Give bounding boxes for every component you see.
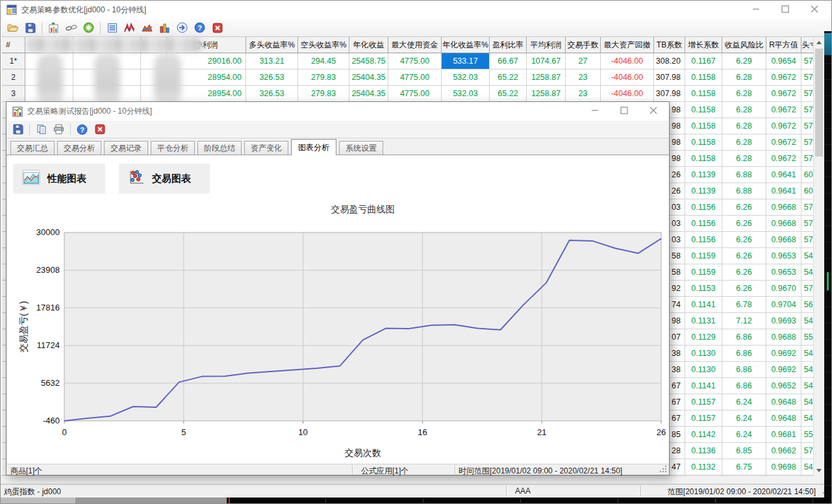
table-cell[interactable]: 25458.75 xyxy=(349,53,388,69)
table-cell[interactable]: 0.9653 xyxy=(766,264,801,281)
column-header-12[interactable]: 最大资产回撤 xyxy=(601,37,654,53)
table-cell[interactable]: 279.83 xyxy=(298,86,349,102)
column-header-11[interactable]: 交易手数 xyxy=(566,37,601,53)
table-cell[interactable]: 0.9654 xyxy=(766,53,801,69)
table-cell[interactable]: 6.88 xyxy=(722,183,766,199)
table-cell[interactable]: 6.29 xyxy=(722,53,766,69)
table-cell[interactable]: 6.28 xyxy=(722,102,766,118)
dialog-minimize-button[interactable] xyxy=(580,102,609,120)
table-cell[interactable]: 6.86 xyxy=(722,378,766,394)
table-cell[interactable]: 6.28 xyxy=(722,69,766,86)
table-cell[interactable]: 0.9672 xyxy=(766,151,801,167)
table-cell[interactable]: 0.9652 xyxy=(766,378,801,394)
table-cell[interactable]: 6.28 xyxy=(722,151,766,167)
table-cell[interactable]: 6.24 xyxy=(722,394,766,410)
table-cell[interactable]: 0.1130 xyxy=(685,362,722,378)
table-cell[interactable]: 0.9692 xyxy=(766,362,801,378)
table-cell[interactable]: 0.9693 xyxy=(766,313,801,329)
table-cell[interactable]: 0.1156 xyxy=(685,199,722,216)
bar-chart-icon[interactable] xyxy=(157,21,172,34)
table-cell[interactable]: 6.26 xyxy=(722,264,766,281)
table-cell[interactable]: 0.1156 xyxy=(685,216,722,232)
zigzag-chart-icon[interactable] xyxy=(122,21,137,34)
table-cell[interactable]: 0.9641 xyxy=(766,167,801,183)
table-cell[interactable]: 6.86 xyxy=(722,329,766,346)
window-maximize-button[interactable] xyxy=(770,1,800,18)
table-cell[interactable]: 6.26 xyxy=(722,232,766,248)
export-arrow-icon[interactable] xyxy=(175,21,190,34)
dialog-close-button[interactable] xyxy=(638,102,668,120)
table-cell[interactable]: 6.26 xyxy=(722,281,766,297)
table-cell[interactable]: 0.9670 xyxy=(766,281,801,297)
table-cell[interactable]: 0.1139 xyxy=(685,167,722,183)
table-cell[interactable]: 4775.00 xyxy=(388,86,442,102)
table-cell[interactable]: 6.28 xyxy=(722,86,766,102)
table-cell[interactable]: 0.1132 xyxy=(685,459,722,475)
table-cell[interactable]: 65.22 xyxy=(490,86,527,102)
window-close-button[interactable] xyxy=(800,1,829,18)
table-cell[interactable]: 0.9698 xyxy=(766,459,801,475)
table-cell[interactable]: 0.9662 xyxy=(766,443,801,459)
save-icon[interactable] xyxy=(23,21,38,34)
table-cell[interactable]: 0.1129 xyxy=(685,329,722,346)
table-cell[interactable]: 0.1158 xyxy=(685,86,722,102)
column-header-7[interactable]: 最大使用资金 xyxy=(388,37,442,53)
table-cell[interactable]: 0.1159 xyxy=(685,248,722,264)
trade-chart-button[interactable]: 交易图表 xyxy=(119,164,210,194)
table-cell[interactable]: 25404.35 xyxy=(349,69,388,86)
table-cell[interactable]: 0.1167 xyxy=(685,53,722,69)
column-header-9[interactable]: 盈利比率 xyxy=(490,37,527,53)
table-cell[interactable]: 0.9672 xyxy=(766,69,801,86)
column-header-13[interactable]: TB系数 xyxy=(654,37,685,53)
table-cell[interactable]: -4046.00 xyxy=(601,53,654,69)
table-cell[interactable]: 1258.87 xyxy=(527,86,566,102)
tab-4[interactable]: 阶段总结 xyxy=(197,141,242,155)
table-cell[interactable]: 0.1130 xyxy=(685,346,722,362)
table-cell[interactable]: 4775.00 xyxy=(388,69,442,86)
table-cell[interactable]: 7.12 xyxy=(722,313,766,329)
table-cell[interactable]: 0.9653 xyxy=(766,248,801,264)
report-list-icon[interactable] xyxy=(105,21,120,34)
table-cell[interactable]: 0.1141 xyxy=(685,297,722,313)
save-icon[interactable] xyxy=(10,123,25,136)
table-cell[interactable]: 0.1158 xyxy=(685,102,722,118)
table-cell[interactable]: 0.9688 xyxy=(766,329,801,346)
table-cell[interactable]: 326.53 xyxy=(246,69,298,86)
table-cell[interactable]: 279.83 xyxy=(298,69,349,86)
table-cell[interactable]: -4046.00 xyxy=(601,86,654,102)
table-cell[interactable]: 0.1158 xyxy=(685,118,722,134)
table-cell[interactable]: 66.67 xyxy=(490,53,527,69)
table-cell[interactable]: 0.1157 xyxy=(685,410,722,427)
table-cell[interactable]: 6.28 xyxy=(722,134,766,151)
column-header-15[interactable]: 收益风险比 xyxy=(722,37,766,53)
table-cell[interactable]: 0.9672 xyxy=(766,134,801,151)
table-cell[interactable]: 6.24 xyxy=(722,410,766,427)
table-cell[interactable]: 0.9648 xyxy=(766,410,801,427)
table-cell[interactable]: 1258.87 xyxy=(527,69,566,86)
copy-icon[interactable] xyxy=(34,123,49,136)
table-cell[interactable]: 0.9692 xyxy=(766,346,801,362)
table-cell[interactable]: 294.45 xyxy=(298,53,349,69)
tab-1[interactable]: 交易分析 xyxy=(57,141,101,155)
vertical-scrollbar[interactable] xyxy=(813,37,824,475)
table-cell[interactable]: -4046.00 xyxy=(601,69,654,86)
table-cell[interactable]: 307.98 xyxy=(654,86,685,102)
table-cell[interactable]: 0.9672 xyxy=(766,86,801,102)
table-cell[interactable]: 6.86 xyxy=(722,346,766,362)
resize-grip-icon[interactable] xyxy=(660,466,668,475)
table-cell[interactable]: 0.9681 xyxy=(766,427,801,443)
column-header-4[interactable]: 多头收益率% xyxy=(246,37,298,53)
column-header-8[interactable]: 年化收益率% xyxy=(442,37,490,53)
column-header-16[interactable]: R平方值 xyxy=(766,37,801,53)
table-cell[interactable]: 307.98 xyxy=(654,69,685,86)
table-cell[interactable]: 0.1158 xyxy=(685,69,722,86)
link-icon[interactable] xyxy=(64,21,79,34)
table-cell[interactable]: 0.9704 xyxy=(766,297,801,313)
table-cell[interactable]: 0.1142 xyxy=(685,427,722,443)
print-icon[interactable] xyxy=(51,123,66,136)
table-cell[interactable]: 0.1157 xyxy=(685,394,722,410)
table-cell[interactable]: 0.1141 xyxy=(685,378,722,394)
help-icon[interactable]: ? xyxy=(192,21,207,34)
area-chart-icon[interactable] xyxy=(140,21,155,34)
table-cell[interactable]: 0.1136 xyxy=(685,443,722,459)
